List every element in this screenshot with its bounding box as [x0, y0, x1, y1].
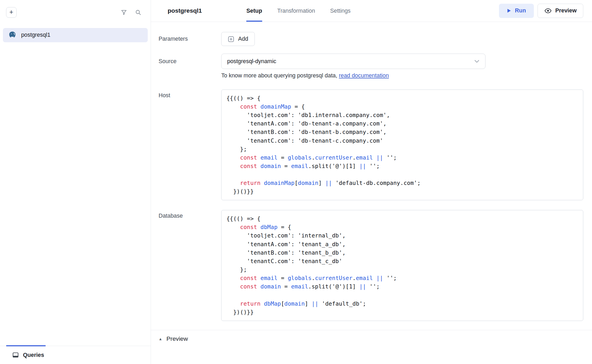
- plus-square-icon: [228, 36, 234, 42]
- search-icon: [135, 9, 142, 16]
- add-parameter-label: Add: [238, 36, 248, 42]
- run-button[interactable]: Run: [499, 4, 534, 18]
- source-select[interactable]: postgresql-dynamic: [221, 54, 485, 69]
- database-label: Database: [151, 210, 221, 219]
- add-query-button[interactable]: +: [6, 7, 17, 18]
- filter-icon: [121, 9, 127, 16]
- helper-spacer: [151, 72, 221, 79]
- read-documentation-link[interactable]: read documentation: [339, 72, 389, 79]
- queries-panel-toggle[interactable]: Queries: [0, 346, 151, 364]
- tab-setup[interactable]: Setup: [246, 0, 262, 22]
- preview-button-label: Preview: [555, 7, 577, 14]
- parameters-label: Parameters: [151, 36, 221, 42]
- search-queries-button[interactable]: [134, 8, 142, 16]
- preview-section-label: Preview: [166, 335, 188, 342]
- chevron-down-icon: [473, 58, 481, 65]
- active-panel-indicator: [6, 345, 46, 346]
- source-helper-row: To know more about querying postgresql d…: [151, 72, 592, 79]
- query-tabs: Setup Transformation Settings: [246, 0, 350, 22]
- filter-queries-button[interactable]: [120, 8, 128, 16]
- source-select-value: postgresql-dynamic: [227, 58, 276, 65]
- parameters-row: Parameters Add: [151, 32, 592, 46]
- header-actions: Run Preview: [499, 0, 583, 22]
- app-root: + postgresql1: [0, 0, 592, 364]
- query-editor-main: postgresql1 Setup Transformation Setting…: [151, 0, 592, 364]
- tab-settings[interactable]: Settings: [330, 0, 350, 22]
- run-button-label: Run: [515, 7, 526, 14]
- postgresql-icon: [8, 31, 16, 39]
- query-item-label: postgresql1: [21, 32, 50, 38]
- queries-icon: [12, 352, 19, 358]
- collapse-triangle-icon: ▲: [159, 337, 162, 341]
- queries-panel-label: Queries: [23, 352, 44, 358]
- play-icon: [507, 8, 511, 13]
- sidebar-toolbar: +: [0, 0, 151, 25]
- query-header: postgresql1 Setup Transformation Setting…: [151, 0, 592, 22]
- host-label: Host: [151, 90, 221, 99]
- query-title[interactable]: postgresql1: [168, 7, 202, 14]
- database-row: Database {{(() => { const dbMap = { 'too…: [151, 210, 592, 321]
- query-list-item-postgresql1[interactable]: postgresql1: [3, 28, 148, 42]
- source-helper-text: To know more about querying postgresql d…: [221, 72, 339, 79]
- tab-transformation[interactable]: Transformation: [277, 0, 315, 22]
- source-label: Source: [151, 58, 221, 65]
- preview-section-toggle[interactable]: ▲ Preview: [151, 330, 592, 342]
- add-parameter-button[interactable]: Add: [221, 32, 255, 46]
- host-row: Host {{(() => { const domainMap = { 'too…: [151, 90, 592, 200]
- query-panel-sidebar: + postgresql1: [0, 0, 151, 364]
- sidebar-bottom: Queries: [0, 346, 151, 364]
- eye-icon: [544, 8, 552, 13]
- host-code-editor[interactable]: {{(() => { const domainMap = { 'tooljet.…: [221, 90, 583, 200]
- setup-panel: Parameters Add Source postgresql-dynamic: [151, 22, 592, 364]
- source-row: Source postgresql-dynamic: [151, 54, 592, 69]
- query-list: postgresql1: [0, 28, 151, 42]
- database-code-editor[interactable]: {{(() => { const dbMap = { 'tooljet.com'…: [221, 210, 583, 321]
- preview-button[interactable]: Preview: [538, 4, 583, 18]
